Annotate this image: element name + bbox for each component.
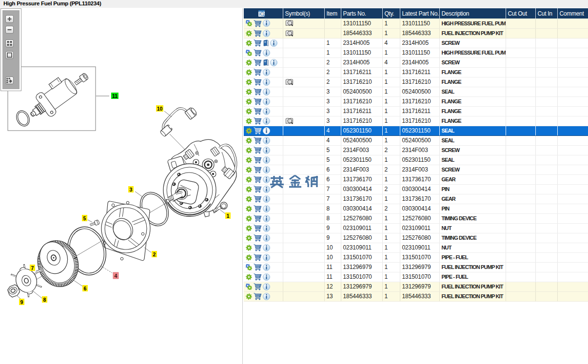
svg-text:5: 5	[83, 215, 86, 221]
svg-text:3: 3	[130, 187, 133, 192]
svg-text:11: 11	[112, 93, 118, 99]
svg-text:9: 9	[20, 299, 23, 305]
svg-text:8: 8	[43, 297, 46, 303]
svg-text:1: 1	[227, 213, 230, 219]
svg-text:4: 4	[115, 273, 118, 279]
svg-text:6: 6	[84, 286, 87, 291]
svg-text:10: 10	[157, 106, 163, 112]
svg-text:7: 7	[31, 265, 34, 271]
svg-text:2: 2	[153, 251, 156, 257]
